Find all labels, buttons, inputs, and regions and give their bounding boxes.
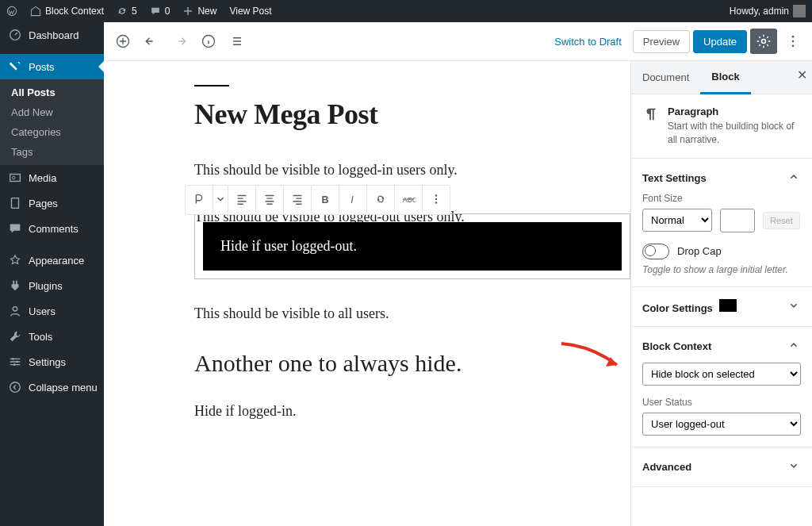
- selected-block-wrapper: B I ABC Hide if user logged-out.: [194, 213, 630, 279]
- panel-color-settings: Color Settings: [631, 287, 812, 327]
- paragraph-block[interactable]: Hide if logged-in.: [194, 401, 630, 422]
- block-name: Paragraph: [668, 106, 801, 117]
- comments-count: 0: [165, 6, 170, 17]
- svg-point-3: [12, 176, 15, 179]
- update-button[interactable]: Update: [693, 30, 747, 53]
- menu-users[interactable]: Users: [0, 298, 104, 324]
- paragraph-block[interactable]: This should be visible to all users.: [194, 303, 630, 324]
- submenu-all-posts[interactable]: All Posts: [0, 83, 104, 102]
- tab-document[interactable]: Document: [631, 62, 700, 93]
- visibility-select[interactable]: Hide block on selected: [642, 363, 801, 386]
- new-content[interactable]: New: [176, 6, 223, 17]
- menu-label: Settings: [29, 356, 66, 368]
- paragraph-content[interactable]: Hide if user logged-out.: [203, 222, 622, 271]
- svg-point-7: [16, 361, 18, 363]
- svg-text:ABC: ABC: [403, 196, 416, 204]
- svg-text:I: I: [350, 194, 354, 205]
- menu-appearance[interactable]: Appearance: [0, 248, 104, 273]
- align-left[interactable]: [228, 186, 256, 213]
- switch-to-draft[interactable]: Switch to Draft: [546, 31, 630, 52]
- submenu-add-new[interactable]: Add New: [0, 102, 104, 122]
- menu-label: Tools: [29, 331, 52, 343]
- submenu-tags[interactable]: Tags: [0, 142, 104, 162]
- panel-title: Advanced: [642, 461, 691, 473]
- font-size-select[interactable]: Normal: [642, 209, 712, 232]
- chevron-down-icon[interactable]: [787, 459, 801, 475]
- settings-tabs: Document Block ✕: [631, 61, 812, 94]
- user-status-label: User Status: [642, 397, 801, 408]
- menu-tools[interactable]: Tools: [0, 324, 104, 349]
- align-right[interactable]: [284, 186, 312, 213]
- chevron-up-icon[interactable]: [787, 338, 801, 355]
- editor-topbar: Switch to Draft Preview Update: [104, 22, 812, 61]
- add-block-button[interactable]: [110, 29, 136, 54]
- menu-media[interactable]: Media: [0, 165, 104, 190]
- chevron-down-icon[interactable]: [787, 298, 801, 315]
- menu-posts[interactable]: Posts: [0, 54, 104, 79]
- change-block-type[interactable]: [186, 186, 213, 213]
- svg-point-12: [762, 40, 766, 44]
- selected-block[interactable]: Hide if user logged-out.: [194, 213, 630, 279]
- italic[interactable]: I: [339, 186, 367, 213]
- menu-pages[interactable]: Pages: [0, 190, 104, 216]
- block-description: Paragraph Start with the building block …: [631, 94, 812, 159]
- post-title[interactable]: New Mega Post: [194, 98, 630, 131]
- submenu-categories[interactable]: Categories: [0, 122, 104, 142]
- menu-label: Pages: [29, 198, 58, 209]
- user-status-select[interactable]: User logged-out: [642, 413, 801, 436]
- redo-button[interactable]: [167, 29, 193, 54]
- svg-point-22: [435, 202, 438, 204]
- close-settings[interactable]: ✕: [797, 67, 807, 83]
- wp-logo[interactable]: [0, 6, 24, 17]
- drop-cap-hint: Toggle to show a large initial letter.: [642, 264, 801, 275]
- outline-button[interactable]: [224, 29, 250, 54]
- site-name-text: Block Context: [45, 6, 104, 17]
- more-menu[interactable]: [780, 29, 806, 54]
- menu-collapse[interactable]: Collapse menu: [0, 374, 104, 400]
- color-swatch: [719, 299, 737, 312]
- paragraph-block[interactable]: This should be visible to logged-in user…: [194, 159, 630, 181]
- menu-settings[interactable]: Settings: [0, 349, 104, 374]
- menu-dashboard[interactable]: Dashboard: [0, 22, 104, 48]
- comments-link[interactable]: 0: [144, 6, 177, 17]
- align-center[interactable]: [256, 186, 284, 213]
- editor-canvas[interactable]: New Mega Post This should be visible to …: [104, 61, 630, 526]
- chevron-up-icon[interactable]: [787, 170, 801, 186]
- menu-label: Posts: [29, 61, 55, 73]
- settings-toggle[interactable]: [750, 29, 777, 54]
- svg-point-21: [435, 198, 438, 201]
- undo-button[interactable]: [139, 29, 164, 54]
- block-desc: Start with the building block of all nar…: [668, 120, 801, 147]
- font-size-label: Font Size: [642, 193, 801, 204]
- view-post[interactable]: View Post: [223, 6, 278, 17]
- menu-label: Plugins: [29, 280, 63, 292]
- tab-block[interactable]: Block: [700, 61, 750, 94]
- svg-point-5: [13, 307, 17, 311]
- menu-comments[interactable]: Comments: [0, 216, 104, 241]
- font-size-number[interactable]: [720, 209, 755, 232]
- panel-block-context: Block Context Hide block on selected Use…: [631, 327, 812, 447]
- reset-button[interactable]: Reset: [763, 212, 800, 229]
- dropdown-icon[interactable]: [213, 186, 228, 213]
- bold[interactable]: B: [312, 186, 339, 213]
- preview-button[interactable]: Preview: [633, 30, 690, 53]
- updates[interactable]: 5: [110, 6, 144, 17]
- svg-point-6: [12, 358, 14, 360]
- block-settings-sidebar: Document Block ✕ Paragraph Start with th…: [630, 61, 812, 526]
- heading-block[interactable]: Another one to always hide.: [194, 350, 630, 377]
- site-name[interactable]: Block Context: [24, 6, 110, 17]
- menu-plugins[interactable]: Plugins: [0, 273, 104, 298]
- svg-point-15: [792, 45, 795, 48]
- account[interactable]: Howdy, admin: [723, 5, 812, 17]
- panel-text-settings: Text Settings Font Size Normal Reset Dro…: [631, 159, 812, 287]
- admin-bar: Block Context 5 0 New View Post Howdy, a…: [0, 0, 812, 22]
- link[interactable]: [367, 186, 395, 213]
- more-format[interactable]: [423, 186, 450, 213]
- menu-label: Media: [29, 172, 56, 184]
- paragraph-icon: [642, 106, 660, 123]
- info-button[interactable]: [196, 29, 221, 54]
- panel-title: Block Context: [642, 340, 711, 352]
- strikethrough[interactable]: ABC: [395, 186, 423, 213]
- svg-point-14: [792, 40, 795, 43]
- drop-cap-toggle[interactable]: [642, 244, 669, 259]
